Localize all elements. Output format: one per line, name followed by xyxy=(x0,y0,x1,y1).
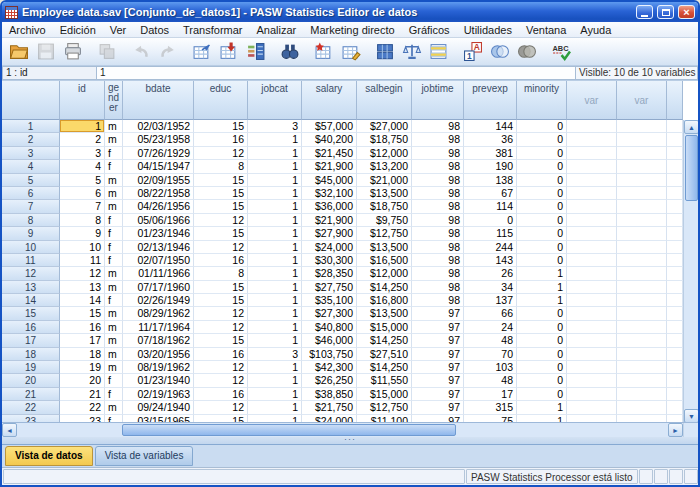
cell-jobcat-6[interactable]: 1 xyxy=(248,187,302,200)
cell-id-15[interactable]: 15 xyxy=(60,307,105,320)
cell-id-16[interactable]: 16 xyxy=(60,321,105,334)
cell-jobtime-14[interactable]: 98 xyxy=(412,294,464,307)
column-header-prevexp[interactable]: prevexp xyxy=(464,81,517,120)
cell-jobtime-7[interactable]: 98 xyxy=(412,200,464,213)
cell-jobcat-2[interactable]: 1 xyxy=(248,133,302,146)
cell-jobcat-8[interactable]: 1 xyxy=(248,214,302,227)
cell-var3-21[interactable] xyxy=(667,388,683,401)
cell-bdate-10[interactable]: 02/13/1946 xyxy=(123,241,194,254)
cell-id-5[interactable]: 5 xyxy=(60,174,105,187)
cell-id-21[interactable]: 21 xyxy=(60,388,105,401)
cell-minority-4[interactable]: 0 xyxy=(517,160,567,173)
cell-bdate-19[interactable]: 08/19/1962 xyxy=(123,361,194,374)
cell-prevexp-22[interactable]: 315 xyxy=(464,401,517,414)
cell-jobtime-11[interactable]: 98 xyxy=(412,254,464,267)
cell-salary-6[interactable]: $32,100 xyxy=(302,187,357,200)
cell-bdate-11[interactable]: 02/07/1950 xyxy=(123,254,194,267)
menu-ver[interactable]: Ver xyxy=(103,23,134,37)
cell-prevexp-5[interactable]: 138 xyxy=(464,174,517,187)
column-header-jobtime[interactable]: jobtime xyxy=(412,81,464,120)
cell-var1-13[interactable] xyxy=(567,281,617,294)
menu-transformar[interactable]: Transformar xyxy=(176,23,250,37)
cell-salary-12[interactable]: $28,350 xyxy=(302,267,357,280)
find-button[interactable] xyxy=(277,39,303,65)
cell-jobtime-2[interactable]: 98 xyxy=(412,133,464,146)
cell-educ-2[interactable]: 16 xyxy=(194,133,248,146)
cell-educ-9[interactable]: 15 xyxy=(194,227,248,240)
cell-var2-15[interactable] xyxy=(617,307,667,320)
row-header-10[interactable]: 10 xyxy=(2,241,60,254)
cell-var2-8[interactable] xyxy=(617,214,667,227)
cell-educ-17[interactable]: 15 xyxy=(194,334,248,347)
cell-educ-7[interactable]: 15 xyxy=(194,200,248,213)
cell-var3-4[interactable] xyxy=(667,160,683,173)
cell-var1-4[interactable] xyxy=(567,160,617,173)
cell-gender-5[interactable]: m xyxy=(105,174,123,187)
cell-id-17[interactable]: 17 xyxy=(60,334,105,347)
row-header-17[interactable]: 17 xyxy=(2,334,60,347)
row-header-8[interactable]: 8 xyxy=(2,214,60,227)
redo-button[interactable] xyxy=(155,39,181,65)
cell-jobtime-20[interactable]: 97 xyxy=(412,374,464,387)
cell-educ-14[interactable]: 15 xyxy=(194,294,248,307)
cell-editor[interactable]: 1 xyxy=(97,66,576,80)
cell-prevexp-17[interactable]: 48 xyxy=(464,334,517,347)
cell-var1-7[interactable] xyxy=(567,200,617,213)
cell-jobtime-10[interactable]: 98 xyxy=(412,241,464,254)
cell-salary-23[interactable]: $24,000 xyxy=(302,415,357,423)
cell-var2-3[interactable] xyxy=(617,147,667,160)
cell-gender-10[interactable]: f xyxy=(105,241,123,254)
cell-var2-19[interactable] xyxy=(617,361,667,374)
cell-educ-6[interactable]: 15 xyxy=(194,187,248,200)
cell-minority-7[interactable]: 0 xyxy=(517,200,567,213)
tab-data-view[interactable]: Vista de datos xyxy=(5,446,93,466)
value-labels-button[interactable]: A1 xyxy=(460,39,486,65)
cell-jobcat-4[interactable]: 1 xyxy=(248,160,302,173)
cell-var3-16[interactable] xyxy=(667,321,683,334)
cell-jobcat-23[interactable]: 1 xyxy=(248,415,302,423)
cell-prevexp-15[interactable]: 66 xyxy=(464,307,517,320)
cell-bdate-22[interactable]: 09/24/1940 xyxy=(123,401,194,414)
cell-jobtime-19[interactable]: 97 xyxy=(412,361,464,374)
cell-educ-22[interactable]: 12 xyxy=(194,401,248,414)
cell-prevexp-10[interactable]: 244 xyxy=(464,241,517,254)
cell-var1-15[interactable] xyxy=(567,307,617,320)
cell-jobcat-21[interactable]: 1 xyxy=(248,388,302,401)
cell-var1-6[interactable] xyxy=(567,187,617,200)
cell-salary-2[interactable]: $40,200 xyxy=(302,133,357,146)
cell-bdate-3[interactable]: 07/26/1929 xyxy=(123,147,194,160)
cell-bdate-2[interactable]: 05/23/1958 xyxy=(123,133,194,146)
cell-minority-14[interactable]: 1 xyxy=(517,294,567,307)
cell-salbegin-8[interactable]: $9,750 xyxy=(357,214,412,227)
cell-educ-18[interactable]: 16 xyxy=(194,348,248,361)
cell-var1-12[interactable] xyxy=(567,267,617,280)
cell-jobtime-16[interactable]: 97 xyxy=(412,321,464,334)
menu-ventana[interactable]: Ventana xyxy=(519,23,573,37)
use-variable-sets-button[interactable] xyxy=(487,39,513,65)
cell-jobcat-18[interactable]: 3 xyxy=(248,348,302,361)
cell-var3-1[interactable] xyxy=(667,120,683,133)
cell-jobtime-21[interactable]: 97 xyxy=(412,388,464,401)
cell-educ-15[interactable]: 12 xyxy=(194,307,248,320)
row-header-22[interactable]: 22 xyxy=(2,401,60,414)
cell-var1-18[interactable] xyxy=(567,348,617,361)
insert-variable-button[interactable] xyxy=(338,39,364,65)
cell-salbegin-1[interactable]: $27,000 xyxy=(357,120,412,133)
cell-var3-23[interactable] xyxy=(667,415,683,423)
maximize-button[interactable] xyxy=(657,5,674,19)
cell-id-2[interactable]: 2 xyxy=(60,133,105,146)
cell-gender-18[interactable]: m xyxy=(105,348,123,361)
cell-gender-9[interactable]: f xyxy=(105,227,123,240)
cell-jobtime-3[interactable]: 98 xyxy=(412,147,464,160)
cell-var1-23[interactable] xyxy=(567,415,617,423)
cell-id-1[interactable]: 1 xyxy=(60,120,105,133)
cell-var3-19[interactable] xyxy=(667,361,683,374)
insert-cases-button[interactable] xyxy=(311,39,337,65)
cell-id-22[interactable]: 22 xyxy=(60,401,105,414)
cell-gender-2[interactable]: m xyxy=(105,133,123,146)
cell-minority-12[interactable]: 1 xyxy=(517,267,567,280)
cell-educ-19[interactable]: 12 xyxy=(194,361,248,374)
cell-minority-13[interactable]: 1 xyxy=(517,281,567,294)
cell-educ-10[interactable]: 12 xyxy=(194,241,248,254)
menu-gr-ficos[interactable]: Gráficos xyxy=(402,23,457,37)
